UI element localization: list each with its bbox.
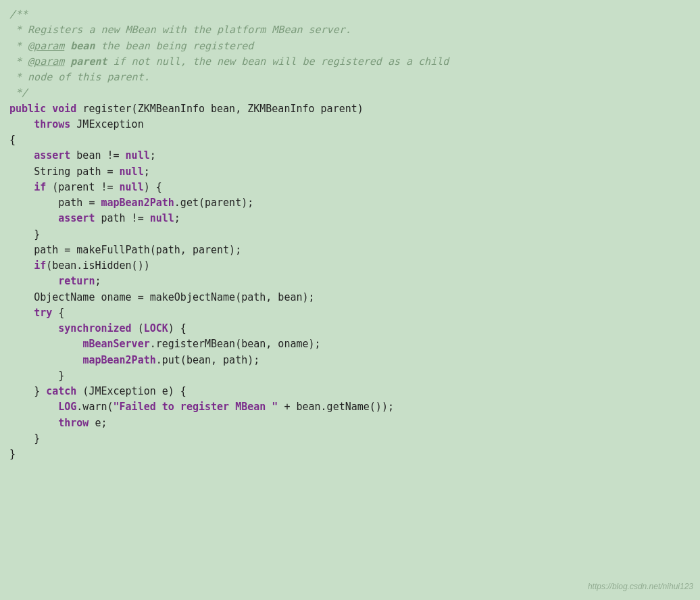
register-mbean: .registerMBean(bean, oname); xyxy=(150,338,321,350)
assert1-body: bean != xyxy=(70,149,125,161)
null1: null xyxy=(126,149,150,161)
comment-line2: * Registers a new MBean with the platfor… xyxy=(9,24,351,36)
sync-open: ( xyxy=(132,322,144,334)
null2: null xyxy=(120,166,144,178)
string-type: String path = xyxy=(34,166,119,178)
kw-return: return xyxy=(58,275,95,287)
kw-public: public xyxy=(9,103,46,115)
lock-keyword: LOCK xyxy=(144,322,168,334)
kw-void: void xyxy=(52,103,76,115)
kw-try: try xyxy=(34,307,52,319)
kw-assert2: assert xyxy=(58,212,95,224)
log-concat: + bean.getName()); xyxy=(278,401,394,413)
kw-catch: catch xyxy=(46,385,76,397)
close-if: } xyxy=(34,228,40,241)
sync-brace: ) { xyxy=(168,322,186,334)
assert2-body: path != xyxy=(95,212,149,224)
map-method2: mapBean2Path xyxy=(82,354,155,366)
brace-open: { xyxy=(9,134,16,146)
log-ref: LOG xyxy=(58,401,76,413)
return-semi: ; xyxy=(95,275,101,287)
if2-body: (bean.isHidden()) xyxy=(46,259,150,272)
try-brace: { xyxy=(52,307,64,319)
objectname-line: ObjectName oname = makeObjectName(path, … xyxy=(34,291,314,303)
kw-throw: throw xyxy=(58,417,89,429)
path-semi: ; xyxy=(144,166,150,178)
string-literal: "Failed to register MBean " xyxy=(114,401,278,413)
put-call: .put(bean, path); xyxy=(156,354,260,366)
mbeanserver-method: mBeanServer xyxy=(82,338,149,350)
map-method1: mapBean2Path xyxy=(101,197,174,209)
brace-close: } xyxy=(9,448,16,460)
assert1-semi: ; xyxy=(150,149,156,161)
if1-brace: ) { xyxy=(144,181,162,193)
kw-if1: if xyxy=(34,181,46,193)
catch-param: (JMException e) { xyxy=(76,385,186,397)
throws-type: JMException xyxy=(76,118,143,130)
comment-start: /** xyxy=(9,8,28,20)
code-block: /** * Registers a new MBean with the pla… xyxy=(9,7,691,478)
watermark: https://blog.csdn.net/nihui123 xyxy=(588,580,693,593)
kw-if2: if xyxy=(34,259,46,272)
if1-cond: (parent != xyxy=(46,181,119,193)
kw-throws: throws xyxy=(34,118,70,130)
catch-open: } xyxy=(34,385,46,397)
throw-var: e; xyxy=(89,417,107,429)
close-sync: } xyxy=(58,370,64,382)
path-full: path = makeFullPath(path, parent); xyxy=(34,244,241,256)
comment-line4: * @param parent if not null, the new bea… xyxy=(9,55,449,68)
comment-line3: * @param bean the bean being registered xyxy=(9,40,253,52)
log-dot: .warn( xyxy=(76,401,113,413)
kw-assert1: assert xyxy=(34,149,70,161)
comment-end: */ xyxy=(9,86,28,99)
kw-synchronized: synchronized xyxy=(58,322,131,334)
null4: null xyxy=(150,212,174,224)
method-register: register(ZKMBeanInfo bean, ZKMBeanInfo p… xyxy=(82,103,363,115)
null3: null xyxy=(120,181,144,193)
get-call: .get(parent); xyxy=(174,197,253,209)
comment-line5: * node of this parent. xyxy=(9,71,150,83)
assert2-semi: ; xyxy=(174,212,180,224)
path-assign: path = xyxy=(58,197,101,209)
close-catch: } xyxy=(34,432,40,445)
